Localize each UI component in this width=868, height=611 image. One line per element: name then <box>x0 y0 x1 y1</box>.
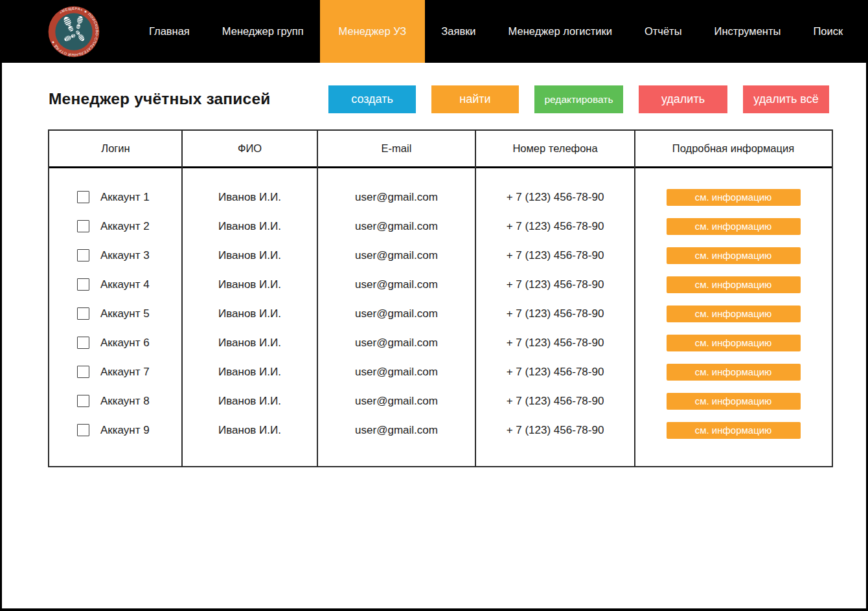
email-cell: user@gmail.com <box>317 278 475 291</box>
login-cell: Аккаунт 1 <box>49 191 182 204</box>
login-label: Аккаунт 3 <box>100 249 150 262</box>
nav-item-reports[interactable]: Отчёты <box>628 0 698 63</box>
top-nav-bar: «МЕЩЕРА» ★ ПОИСКОВО-СПАСАТЕЛЬНЫЙ ОТРЯД ★… <box>2 0 866 63</box>
row-checkbox[interactable] <box>77 424 89 436</box>
name-cell: Иванов И.И. <box>182 395 317 408</box>
nav-item-search[interactable]: Поиск <box>797 0 859 63</box>
see-info-button[interactable]: см. информацию <box>667 276 801 293</box>
details-cell: см. информацию <box>635 393 832 410</box>
login-cell: Аккаунт 9 <box>49 424 182 437</box>
table-row: Аккаунт 6 Иванов И.И. user@gmail.com + 7… <box>49 328 832 357</box>
see-info-button[interactable]: см. информацию <box>667 335 801 351</box>
name-cell: Иванов И.И. <box>182 337 317 350</box>
login-cell: Аккаунт 8 <box>49 395 182 408</box>
footprints-badge-icon: «МЕЩЕРА» ★ ПОИСКОВО-СПАСАТЕЛЬНЫЙ ОТРЯД ★ <box>47 5 100 58</box>
nav-menu: Главная Менеджер групп Менеджер УЗ Заявк… <box>133 0 859 63</box>
create-button[interactable]: создать <box>328 85 416 113</box>
accounts-table: Логин ФИО E-mail Номер телефона Подробна… <box>48 129 833 467</box>
app-window: «МЕЩЕРА» ★ ПОИСКОВО-СПАСАТЕЛЬНЫЙ ОТРЯД ★… <box>0 0 868 611</box>
login-label: Аккаунт 8 <box>100 395 150 408</box>
login-label: Аккаунт 6 <box>100 337 150 350</box>
header-login: Логин <box>49 131 182 166</box>
email-cell: user@gmail.com <box>317 424 475 437</box>
phone-cell: + 7 (123) 456-78-90 <box>475 220 635 233</box>
see-info-button[interactable]: см. информацию <box>667 422 801 439</box>
login-cell: Аккаунт 7 <box>49 366 182 379</box>
details-cell: см. информацию <box>635 306 832 322</box>
page-title: Менеджер учётных записей <box>49 90 271 108</box>
row-checkbox[interactable] <box>77 191 89 203</box>
table-body: Аккаунт 1 Иванов И.И. user@gmail.com + 7… <box>49 168 832 445</box>
login-label: Аккаунт 1 <box>100 191 150 204</box>
details-cell: см. информацию <box>635 247 832 264</box>
email-cell: user@gmail.com <box>317 307 475 320</box>
row-checkbox[interactable] <box>77 395 89 407</box>
nav-item-group-manager[interactable]: Менеджер групп <box>206 0 320 63</box>
email-cell: user@gmail.com <box>317 220 475 233</box>
name-cell: Иванов И.И. <box>182 366 317 379</box>
see-info-button[interactable]: см. информацию <box>667 306 801 322</box>
login-cell: Аккаунт 2 <box>49 220 182 233</box>
delete-button[interactable]: удалить <box>639 85 727 113</box>
header-full-name: ФИО <box>182 131 317 166</box>
see-info-button[interactable]: см. информацию <box>667 247 801 264</box>
table-row: Аккаунт 3 Иванов И.И. user@gmail.com + 7… <box>49 241 832 270</box>
table-row: Аккаунт 4 Иванов И.И. user@gmail.com + 7… <box>49 270 832 299</box>
login-cell: Аккаунт 6 <box>49 337 182 350</box>
name-cell: Иванов И.И. <box>182 307 317 320</box>
see-info-button[interactable]: см. информацию <box>667 364 801 381</box>
table-row: Аккаунт 9 Иванов И.И. user@gmail.com + 7… <box>49 416 832 445</box>
row-checkbox[interactable] <box>77 366 89 378</box>
name-cell: Иванов И.И. <box>182 278 317 291</box>
phone-cell: + 7 (123) 456-78-90 <box>475 249 635 262</box>
details-cell: см. информацию <box>635 422 832 439</box>
login-label: Аккаунт 4 <box>100 278 150 291</box>
name-cell: Иванов И.И. <box>182 220 317 233</box>
header-email: E-mail <box>317 131 475 166</box>
phone-cell: + 7 (123) 456-78-90 <box>475 307 635 320</box>
phone-cell: + 7 (123) 456-78-90 <box>475 424 635 437</box>
nav-item-home[interactable]: Главная <box>133 0 206 63</box>
login-label: Аккаунт 2 <box>100 220 150 233</box>
table-header-row: Логин ФИО E-mail Номер телефона Подробна… <box>49 131 832 168</box>
nav-item-account-manager[interactable]: Менеджер УЗ <box>320 0 426 63</box>
table-row: Аккаунт 2 Иванов И.И. user@gmail.com + 7… <box>49 212 832 241</box>
login-label: Аккаунт 5 <box>100 307 150 320</box>
rescue-team-badge-logo: «МЕЩЕРА» ★ ПОИСКОВО-СПАСАТЕЛЬНЫЙ ОТРЯД ★ <box>47 5 100 58</box>
nav-item-logistics-manager[interactable]: Менеджер логистики <box>492 0 628 63</box>
name-cell: Иванов И.И. <box>182 424 317 437</box>
see-info-button[interactable]: см. информацию <box>667 218 801 235</box>
email-cell: user@gmail.com <box>317 191 475 204</box>
table-row: Аккаунт 5 Иванов И.И. user@gmail.com + 7… <box>49 299 832 328</box>
edit-button[interactable]: редактировать <box>534 85 623 113</box>
row-checkbox[interactable] <box>77 278 89 291</box>
find-button[interactable]: найти <box>431 85 519 113</box>
details-cell: см. информацию <box>635 276 832 293</box>
name-cell: Иванов И.И. <box>182 249 317 262</box>
header-phone: Номер телефона <box>475 131 635 166</box>
delete-all-button[interactable]: удалить всё <box>743 85 829 113</box>
login-cell: Аккаунт 3 <box>49 249 182 262</box>
phone-cell: + 7 (123) 456-78-90 <box>475 337 635 350</box>
row-checkbox[interactable] <box>77 337 89 349</box>
phone-cell: + 7 (123) 456-78-90 <box>475 278 635 291</box>
row-checkbox[interactable] <box>77 220 89 232</box>
email-cell: user@gmail.com <box>317 249 475 262</box>
see-info-button[interactable]: см. информацию <box>667 189 801 206</box>
login-label: Аккаунт 9 <box>100 424 150 437</box>
toolbar: создать найти редактировать удалить удал… <box>328 85 829 113</box>
email-cell: user@gmail.com <box>317 337 475 350</box>
nav-item-tools[interactable]: Инструменты <box>698 0 797 63</box>
nav-item-requests[interactable]: Заявки <box>425 0 492 63</box>
phone-cell: + 7 (123) 456-78-90 <box>475 395 635 408</box>
row-checkbox[interactable] <box>77 307 89 320</box>
details-cell: см. информацию <box>635 189 832 206</box>
row-checkbox[interactable] <box>77 249 89 261</box>
table-row: Аккаунт 8 Иванов И.И. user@gmail.com + 7… <box>49 386 832 416</box>
phone-cell: + 7 (123) 456-78-90 <box>475 191 635 204</box>
table-row: Аккаунт 7 Иванов И.И. user@gmail.com + 7… <box>49 357 832 386</box>
login-cell: Аккаунт 5 <box>49 307 182 320</box>
login-label: Аккаунт 7 <box>100 366 150 379</box>
details-cell: см. информацию <box>635 364 832 381</box>
see-info-button[interactable]: см. информацию <box>667 393 801 410</box>
